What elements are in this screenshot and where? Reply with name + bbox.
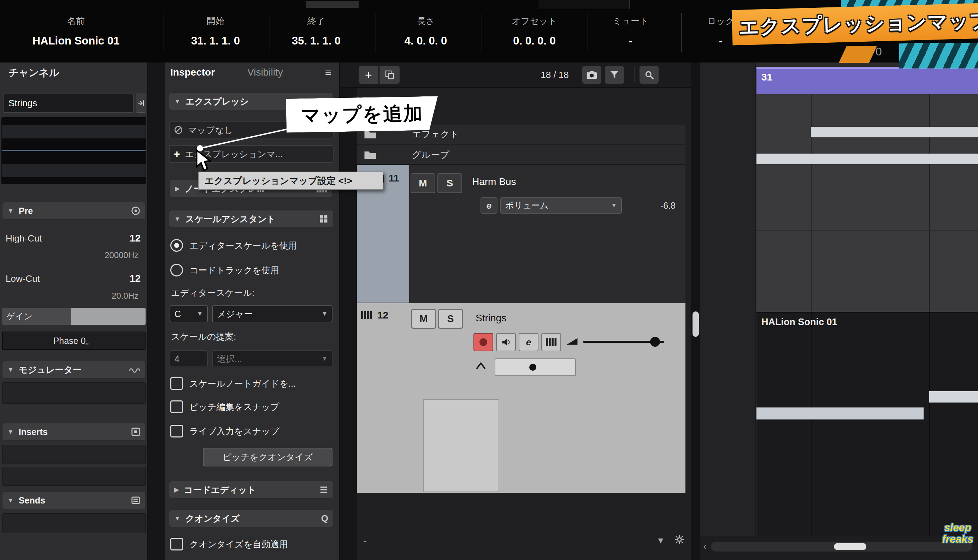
section-pre[interactable]: ▼ Pre (2, 202, 145, 220)
search-icon (644, 70, 654, 80)
monitor-button[interactable] (496, 333, 516, 351)
track-row-strings-selected[interactable]: 12 M S Strings e (357, 303, 685, 493)
scale-type-dropdown[interactable]: メジャー ▼ (212, 305, 333, 322)
stripe-decoration-mid (899, 43, 978, 68)
project-timeline[interactable]: 31 HALion Sonic 01 ‹ sleep freaks (700, 62, 978, 560)
automation-param-dropdown[interactable]: ボリューム ▼ (500, 197, 622, 213)
checkbox-auto-quantize[interactable]: クオンタイズを自動適用 (170, 536, 288, 552)
callout-text: マップを追加 (301, 100, 424, 128)
info-col-length: 長さ 4. 0. 0. 0 (376, 11, 475, 52)
low-cut-frequency[interactable]: 20.0Hz (6, 290, 139, 302)
scale-key-dropdown[interactable]: C ▼ (170, 305, 208, 322)
track-filter-button[interactable] (605, 66, 624, 84)
checkbox-snap-live-input[interactable]: ライブ入力をスナップ (170, 423, 279, 439)
auto-quantize-label: クオンタイズを自動適用 (189, 538, 288, 550)
track11-number: 11 (389, 173, 399, 184)
vertical-scrollbar[interactable] (691, 62, 700, 560)
track12-empty-region[interactable] (423, 399, 499, 492)
track12-solo-button[interactable]: S (438, 309, 463, 329)
tab-inspector[interactable]: Inspector (170, 67, 215, 78)
track-visibility-agent-button[interactable] (582, 66, 601, 84)
checkbox-scale-note-guide[interactable]: スケールノートガイドを... (170, 376, 296, 391)
high-cut-row[interactable]: High-Cut 12 (6, 231, 140, 245)
tab-visibility[interactable]: Visibility (247, 67, 283, 78)
name-value[interactable]: HALion Sonic 01 (7, 30, 145, 52)
duplicate-track-button[interactable] (379, 66, 400, 84)
radio-use-editor-scale[interactable]: エディタースケールを使用 (170, 238, 297, 253)
midi-part[interactable] (929, 391, 978, 403)
start-value[interactable]: 31. 1. 1. 0 (166, 30, 265, 52)
channel-export-button[interactable] (136, 93, 146, 113)
section-sends[interactable]: ▼ Sends (2, 492, 145, 509)
scale-suggestion-label: スケールの提案: (171, 331, 236, 342)
pan-slider[interactable] (495, 358, 576, 376)
insert-empty-slot[interactable] (2, 467, 145, 486)
radio-use-chord-track[interactable]: コードトラックを使用 (170, 262, 279, 278)
low-cut-value[interactable]: 12 (130, 273, 140, 284)
checkbox-snap-pitch-edit[interactable]: ピッチ編集をスナップ (170, 399, 279, 415)
selected-part-strings[interactable]: HALion Sonic 01 (756, 312, 978, 536)
offset-value[interactable]: 0. 0. 0. 0 (484, 30, 585, 52)
track-list: + 18 / 18 エフェクト グループ (341, 62, 691, 560)
automation-value[interactable]: -6.8 (626, 197, 675, 213)
scroll-left-arrow-icon[interactable]: ‹ (703, 540, 707, 552)
midi-part[interactable] (756, 407, 924, 420)
track12-name[interactable]: Strings (476, 312, 506, 324)
pan-slider-handle[interactable] (529, 364, 537, 371)
track-search-button[interactable] (640, 66, 659, 84)
info-col-name: 名前 HALion Sonic 01 (7, 11, 145, 52)
high-cut-frequency[interactable]: 20000Hz (6, 249, 139, 262)
selected-part-top[interactable]: 31 (756, 67, 978, 94)
expand-toggle-icon[interactable]: ▼ (657, 536, 665, 545)
folder-track-groups[interactable]: グループ (357, 145, 685, 165)
section-modulator[interactable]: ▼ モジュレーター (2, 361, 145, 378)
track-list-toolbar: + 18 / 18 (341, 62, 691, 88)
track11-name[interactable]: Harm Bus (472, 176, 516, 187)
gear-icon[interactable] (674, 534, 685, 546)
track-row-harm-bus[interactable]: 11 M S Harm Bus e ボリューム ▼ -6.8 (357, 165, 685, 303)
horizontal-scrollbar-handle[interactable] (834, 543, 866, 550)
volume-slider-handle[interactable] (650, 337, 660, 347)
track11-edit-button[interactable]: e (480, 197, 498, 213)
section-chord-edit[interactable]: ▶ コードエディット (169, 481, 334, 498)
low-cut-row[interactable]: Low-Cut 12 (6, 272, 140, 286)
gain-slider[interactable]: ゲイン (2, 308, 145, 325)
section-inserts[interactable]: ▼ Inserts (2, 423, 145, 441)
end-value[interactable]: 35. 1. 1. 0 (267, 30, 366, 52)
collapse-arrow-icon: ▶ (174, 486, 179, 493)
suggestion-select-dropdown[interactable]: 選択... ▼ (212, 350, 333, 367)
send-empty-slot[interactable] (2, 513, 145, 533)
midi-part[interactable] (811, 127, 978, 137)
upper-track-lanes[interactable] (756, 94, 978, 312)
scale-assistant-title: スケールアシスタント (186, 213, 276, 225)
modulator-empty-slot[interactable] (2, 382, 145, 403)
panel-menu-icon[interactable]: ≡ (325, 67, 331, 79)
sends-icon (131, 496, 140, 505)
track12-mute-button[interactable]: M (411, 309, 436, 329)
add-expression-map-button[interactable]: + エクスプレッションマ... (169, 145, 334, 163)
mute-value[interactable]: - (592, 30, 670, 52)
quantize-title: クオンタイズ (186, 513, 240, 524)
suggestion-count-box[interactable]: 4 (170, 350, 208, 367)
phase-button[interactable]: Phase 0。 (2, 332, 145, 350)
track11-mute-button[interactable]: M (411, 173, 435, 193)
grid-line (811, 312, 812, 536)
length-value[interactable]: 4. 0. 0. 0 (376, 30, 475, 52)
tab-channel[interactable]: チャンネル (8, 66, 59, 80)
high-cut-value[interactable]: 12 (130, 233, 140, 244)
track12-edit-button[interactable]: e (519, 333, 538, 351)
insert-empty-slot[interactable] (2, 445, 145, 464)
add-track-button[interactable]: + (359, 66, 378, 84)
horizontal-scrollbar[interactable] (711, 542, 972, 552)
instrument-button[interactable] (541, 333, 561, 351)
channel-name-box[interactable]: Strings (3, 93, 134, 113)
track11-solo-button[interactable]: S (437, 173, 462, 193)
camera-icon (586, 70, 597, 80)
midi-part[interactable] (756, 153, 978, 164)
vertical-scrollbar-handle[interactable] (692, 312, 699, 337)
record-enable-button[interactable] (473, 333, 493, 351)
instrument-track-icon (361, 311, 372, 320)
section-scale-assistant[interactable]: ▼ スケールアシスタント (169, 210, 334, 228)
section-quantize[interactable]: ▼ クオンタイズ Q (169, 510, 334, 527)
quantize-pitch-button[interactable]: ピッチをクオンタイズ (203, 448, 333, 467)
